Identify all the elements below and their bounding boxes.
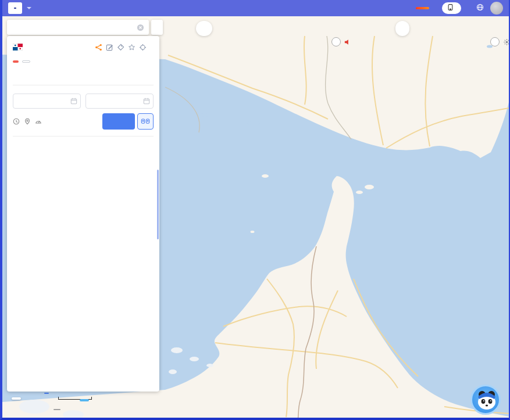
calendar-icon (143, 98, 150, 105)
map-license-badge (54, 409, 60, 410)
timezone-button[interactable] (80, 399, 89, 401)
date-to-input[interactable] (89, 97, 141, 105)
date-to-field (85, 94, 154, 109)
layer-toggle-bar (196, 21, 212, 36)
site-logo[interactable] (8, 2, 22, 14)
share-icon[interactable] (95, 44, 102, 51)
clear-search-icon[interactable] (137, 24, 144, 31)
app-window (0, 0, 510, 420)
hot-promo-badge[interactable] (416, 7, 429, 9)
cursor-coordinates (12, 397, 21, 400)
vessel-search-box (7, 20, 149, 35)
tag-icon[interactable] (117, 44, 124, 51)
quick-links-bar (395, 21, 409, 36)
edit-icon[interactable] (106, 44, 113, 51)
analysis-tabs (13, 136, 154, 141)
announcement-bar (331, 37, 510, 47)
coordinate-format-badge[interactable] (44, 393, 49, 394)
track-endpoints-button[interactable] (137, 113, 154, 130)
date-from-input[interactable] (16, 97, 69, 105)
star-icon[interactable] (128, 44, 135, 51)
search-input[interactable] (12, 23, 137, 32)
globe-icon (476, 3, 484, 13)
language-switch[interactable] (476, 3, 486, 13)
site-logo-text (14, 8, 16, 9)
announcement-prev-button[interactable] (331, 37, 341, 46)
target-icon[interactable] (139, 44, 147, 51)
calendar-icon (70, 98, 77, 105)
mobile-app-button[interactable] (442, 2, 461, 14)
vessel-flag-panama (13, 44, 23, 51)
distance-pin-icon (24, 118, 31, 125)
cargo-type-badge (13, 60, 19, 63)
phone-icon (448, 3, 453, 13)
top-navbar (2, 0, 509, 16)
logo-caret-icon[interactable] (27, 7, 31, 12)
date-from-field (13, 94, 81, 109)
speed-gauge-icon (35, 118, 42, 125)
assistant-panda-avatar[interactable] (470, 385, 501, 415)
duration-clock-icon (13, 118, 20, 125)
announcement-settings-icon[interactable] (503, 38, 510, 46)
vessel-panel (7, 36, 159, 392)
query-button[interactable] (102, 113, 135, 130)
announcement-next-button[interactable] (490, 37, 500, 46)
collapse-panel-button[interactable] (151, 20, 163, 35)
user-avatar[interactable] (490, 2, 503, 15)
panel-scrollbar[interactable] (157, 170, 159, 239)
speaker-icon (344, 39, 351, 45)
vessel-size-badge (22, 60, 30, 63)
panel-tabs (13, 70, 154, 85)
